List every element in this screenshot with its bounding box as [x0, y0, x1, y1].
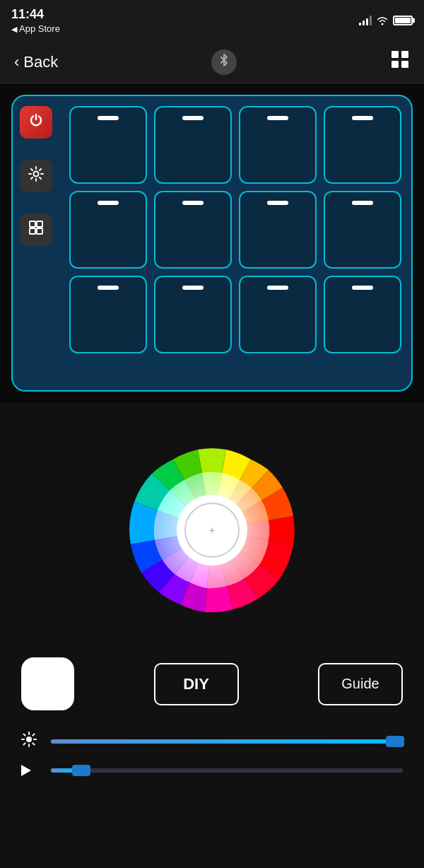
svg-text:+: + — [209, 524, 215, 536]
status-time: 11:44 — [11, 7, 60, 22]
led-panel — [11, 95, 413, 392]
grid-button-8[interactable] — [324, 191, 401, 269]
grid-btn-label-9 — [98, 286, 119, 290]
layout-icon — [28, 220, 44, 240]
grid-button-1[interactable] — [69, 106, 147, 184]
color-buttons-row: DIY Guide — [21, 657, 403, 710]
grid-button-2[interactable] — [154, 106, 232, 184]
svg-line-22 — [33, 734, 34, 736]
grid-button-10[interactable] — [154, 276, 232, 353]
button-grid — [69, 106, 401, 353]
status-right — [359, 16, 413, 25]
grid-btn-label-4 — [352, 116, 373, 120]
svg-rect-1 — [391, 51, 399, 58]
settings-icon — [28, 166, 44, 186]
led-panel-container — [0, 83, 424, 403]
grid-btn-label-10 — [182, 286, 204, 290]
grid-btn-label-5 — [98, 201, 119, 205]
brightness-icon — [21, 732, 41, 751]
status-app-store: App Store — [11, 23, 60, 34]
svg-rect-2 — [401, 51, 408, 58]
grid-btn-label-2 — [182, 116, 204, 120]
grid-btn-label-12 — [352, 286, 373, 290]
header: ‹ Back — [0, 41, 424, 83]
power-icon — [28, 112, 44, 132]
back-chevron: ‹ — [14, 53, 19, 71]
grid-button-7[interactable] — [239, 191, 317, 269]
svg-rect-4 — [401, 61, 408, 68]
color-wheel-svg: + — [106, 424, 318, 636]
grid-btn-label-8 — [352, 201, 373, 205]
grid-button-4[interactable] — [324, 106, 401, 184]
side-buttons — [20, 106, 52, 246]
brightness-slider-thumb[interactable] — [386, 736, 404, 747]
svg-rect-6 — [30, 221, 35, 227]
bluetooth-button[interactable] — [211, 49, 237, 75]
back-label: Back — [23, 53, 58, 71]
svg-point-5 — [34, 172, 39, 177]
status-left: 11:44 App Store — [11, 7, 60, 34]
speed-slider-row — [21, 765, 403, 776]
svg-rect-7 — [37, 221, 42, 227]
speed-slider-thumb[interactable] — [72, 765, 90, 776]
speed-slider-track[interactable] — [51, 768, 403, 773]
status-bar: 11:44 App Store — [0, 0, 424, 41]
svg-line-21 — [33, 743, 34, 744]
svg-rect-3 — [391, 61, 399, 68]
grid-button-9[interactable] — [69, 276, 147, 353]
power-button[interactable] — [20, 106, 52, 139]
brightness-slider-row — [21, 732, 403, 751]
grid-btn-label-3 — [267, 116, 288, 120]
grid-button-6[interactable] — [154, 191, 232, 269]
bottom-controls: DIY Guide — [0, 650, 424, 804]
bluetooth-icon — [218, 53, 230, 71]
brightness-slider-track[interactable] — [51, 739, 403, 744]
signal-icon — [359, 16, 372, 25]
color-swatch[interactable] — [21, 657, 74, 710]
grid-button-11[interactable] — [239, 276, 317, 353]
svg-rect-8 — [30, 228, 35, 234]
grid-btn-label-6 — [182, 201, 204, 205]
color-wheel[interactable]: + — [106, 424, 318, 636]
settings-button[interactable] — [20, 160, 52, 192]
diy-button[interactable]: DIY — [154, 663, 239, 705]
svg-point-15 — [26, 737, 32, 742]
back-button[interactable]: ‹ Back — [14, 53, 58, 71]
layout-button[interactable] — [20, 213, 52, 246]
svg-line-23 — [24, 743, 25, 744]
grid-button-3[interactable] — [239, 106, 317, 184]
color-wheel-section: + — [0, 403, 424, 650]
svg-line-20 — [24, 734, 25, 736]
battery-icon — [393, 16, 413, 25]
brightness-slider-fill — [51, 739, 403, 744]
grid-btn-label-1 — [98, 116, 119, 120]
grid-button-5[interactable] — [69, 191, 147, 269]
grid-button-12[interactable] — [324, 276, 401, 353]
guide-button[interactable]: Guide — [318, 663, 403, 705]
svg-point-0 — [382, 23, 384, 25]
grid-btn-label-7 — [267, 201, 288, 205]
grid-view-button[interactable] — [390, 49, 410, 74]
svg-rect-9 — [37, 228, 42, 234]
speed-icon — [21, 765, 41, 776]
grid-btn-label-11 — [267, 286, 288, 290]
wifi-icon — [376, 16, 389, 25]
